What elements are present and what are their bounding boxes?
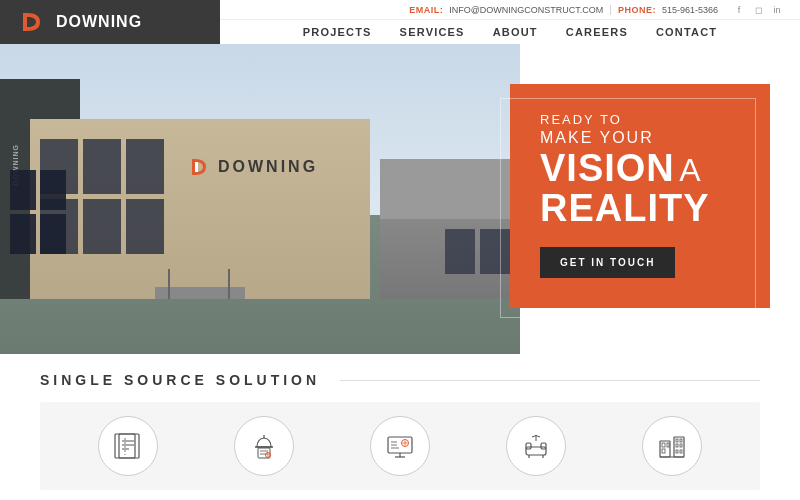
top-bar: EMAIL: INFO@DOWNINGCONSTRUCT.COM | PHONE… (220, 0, 800, 20)
bottom-section: SINGLE SOURCE SOLUTION (0, 354, 800, 500)
nav-bar: PROJECTS SERVICES ABOUT CAREERS CONTACT (220, 20, 800, 44)
facebook-icon[interactable]: f (732, 3, 746, 17)
nav-about[interactable]: ABOUT (493, 26, 538, 38)
blueprints-icon (111, 429, 145, 463)
svg-rect-38 (667, 443, 669, 447)
furniture-icon (519, 429, 553, 463)
svg-rect-40 (676, 439, 678, 442)
section-title: SINGLE SOURCE SOLUTION (40, 372, 320, 388)
svg-rect-35 (674, 437, 684, 457)
section-title-row: SINGLE SOURCE SOLUTION (40, 372, 760, 388)
svg-rect-30 (541, 443, 546, 449)
monitor-icon (383, 429, 417, 463)
email-value: INFO@DOWNINGCONSTRUCT.COM (449, 5, 603, 15)
nav-contact[interactable]: CONTACT (656, 26, 717, 38)
section-divider (340, 380, 760, 381)
safety-circle (234, 416, 294, 476)
service-monitor[interactable] (365, 416, 435, 476)
linkedin-icon[interactable]: in (770, 3, 784, 17)
logo-area: DOWNING (0, 0, 220, 44)
cta-reality-text: REALITY (540, 189, 740, 227)
safety-icon (247, 429, 281, 463)
nav-projects[interactable]: PROJECTS (303, 26, 372, 38)
cta-a-text: A (679, 152, 701, 188)
svg-rect-37 (662, 443, 665, 447)
furniture-circle (506, 416, 566, 476)
svg-rect-4 (192, 159, 195, 175)
email-label: EMAIL: (409, 5, 443, 15)
service-building[interactable] (637, 416, 707, 476)
building-container: DOWNING DOWNING (0, 44, 520, 354)
svg-rect-5 (195, 162, 198, 172)
building-sign-text: DOWNING (218, 158, 318, 176)
svg-rect-0 (18, 8, 46, 36)
logo-text: DOWNING (56, 13, 142, 31)
separator: | (609, 4, 612, 15)
phone-label: PHONE: (618, 5, 656, 15)
get-in-touch-button[interactable]: GET IN TOUCH (540, 247, 675, 278)
service-furniture[interactable] (501, 416, 571, 476)
building-sign-container: DOWNING (190, 157, 318, 177)
cta-vision-text: VISION (540, 147, 675, 189)
svg-rect-42 (676, 444, 678, 447)
monitor-circle (370, 416, 430, 476)
svg-rect-1 (23, 13, 27, 31)
svg-rect-39 (662, 449, 665, 453)
svg-rect-45 (680, 450, 682, 453)
building-sign-icon (190, 157, 210, 177)
svg-rect-28 (526, 447, 546, 455)
svg-rect-29 (526, 443, 531, 449)
phone-value: 515-961-5366 (662, 5, 718, 15)
svg-rect-7 (119, 434, 139, 458)
service-blueprints[interactable] (93, 416, 163, 476)
svg-rect-44 (676, 450, 678, 453)
social-icons: f ◻ in (732, 3, 784, 17)
instagram-icon[interactable]: ◻ (751, 3, 765, 17)
service-safety[interactable] (229, 416, 299, 476)
building-main: DOWNING (30, 119, 370, 299)
building-arch-icon (655, 429, 689, 463)
svg-rect-43 (680, 444, 682, 447)
service-icons-row (40, 402, 760, 490)
logo-icon (18, 8, 46, 36)
cta-box: READY TO MAKE YOUR VISION A REALITY GET … (510, 84, 770, 308)
hero-section: DOWNING DOWNING READY TO MAKE YOUR VISIO… (0, 44, 800, 354)
nav-careers[interactable]: CAREERS (566, 26, 628, 38)
svg-rect-41 (680, 439, 682, 442)
blueprints-circle (98, 416, 158, 476)
header: DOWNING EMAIL: INFO@DOWNINGCONSTRUCT.COM… (0, 0, 800, 44)
svg-rect-2 (27, 17, 31, 27)
cta-make-text: MAKE YOUR (540, 129, 740, 147)
nav-services[interactable]: SERVICES (400, 26, 465, 38)
header-right: EMAIL: INFO@DOWNINGCONSTRUCT.COM | PHONE… (220, 0, 800, 44)
building-circle (642, 416, 702, 476)
cta-ready-text: READY TO (540, 112, 740, 127)
